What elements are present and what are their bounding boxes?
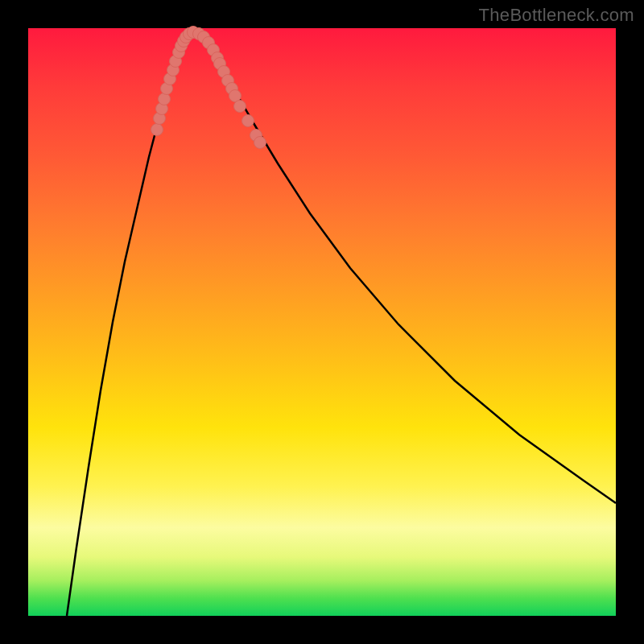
plot-area bbox=[28, 28, 616, 616]
data-marker bbox=[151, 124, 163, 136]
data-marker bbox=[234, 101, 246, 113]
marker-group bbox=[151, 27, 266, 149]
curve-right bbox=[195, 32, 616, 503]
chart-frame: TheBottleneck.com bbox=[0, 0, 644, 644]
watermark-label: TheBottleneck.com bbox=[479, 5, 634, 26]
chart-svg bbox=[28, 28, 616, 616]
data-marker bbox=[242, 115, 254, 127]
curve-left bbox=[67, 32, 195, 616]
data-marker bbox=[254, 137, 266, 149]
data-marker bbox=[159, 93, 171, 105]
